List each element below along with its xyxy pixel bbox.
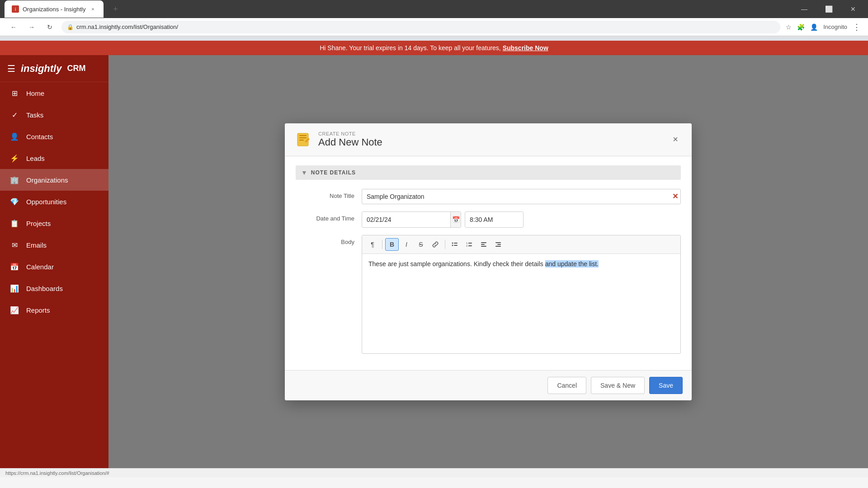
format-button[interactable]: ¶ — [366, 238, 379, 251]
opportunities-icon: 💎 — [9, 196, 20, 207]
sidebar-label-projects: Projects — [26, 220, 51, 227]
svg-point-7 — [452, 244, 453, 246]
italic-button[interactable]: I — [400, 238, 413, 251]
dashboards-icon: 📊 — [9, 283, 20, 294]
tab-close-button[interactable]: × — [89, 5, 96, 13]
link-button[interactable] — [429, 238, 442, 251]
refresh-button[interactable]: ↻ — [43, 21, 56, 33]
date-time-row: Date and Time 📅 🕐 — [296, 211, 681, 228]
tab-title: Organizations - Insightly — [23, 6, 85, 13]
projects-icon: 📋 — [9, 218, 20, 229]
svg-rect-17 — [497, 244, 501, 245]
sidebar-item-organizations[interactable]: 🏢 Organizations — [0, 169, 108, 191]
status-bar: https://crm.na1.insightly.com/list/Organ… — [0, 468, 868, 477]
body-row: Body ¶ B — [296, 235, 681, 354]
sidebar-label-leads: Leads — [26, 155, 45, 162]
note-title-input[interactable] — [362, 189, 681, 204]
date-input[interactable] — [362, 212, 450, 227]
modal-body: ▼ NOTE DETAILS Note Title ✕ — [285, 156, 692, 370]
menu-button[interactable]: ⋮ — [853, 22, 861, 32]
editor-toolbar: ¶ B I S — [362, 235, 680, 254]
app-header: ☰ insightly CRM — [0, 55, 108, 82]
body-text-highlight: and update the list. — [545, 260, 599, 267]
new-tab-button[interactable]: + — [109, 3, 122, 15]
note-title-clear-button[interactable]: ✕ — [672, 192, 678, 201]
toolbar-divider-2 — [445, 240, 445, 249]
organizations-icon: 🏢 — [9, 174, 20, 185]
section-collapse-icon[interactable]: ▼ — [301, 169, 307, 176]
app-crm-title: CRM — [67, 64, 85, 73]
note-details-section: ▼ NOTE DETAILS — [296, 165, 681, 180]
bold-button[interactable]: B — [385, 238, 399, 251]
svg-rect-16 — [495, 242, 501, 243]
minimize-button[interactable]: — — [794, 2, 815, 16]
sidebar-item-home[interactable]: ⊞ Home — [0, 82, 108, 104]
add-note-modal: CREATE NOTE Add New Note × ▼ NOTE DETAIL… — [285, 123, 692, 400]
sidebar-label-tasks: Tasks — [26, 111, 43, 119]
svg-rect-12 — [468, 245, 472, 246]
sidebar-item-contacts[interactable]: 👤 Contacts — [0, 126, 108, 147]
time-input-wrap: 🕐 — [465, 211, 524, 228]
sidebar-item-calendar[interactable]: 📅 Calendar — [0, 256, 108, 277]
body-label: Body — [296, 235, 354, 245]
back-button[interactable]: ← — [7, 21, 20, 33]
svg-rect-8 — [454, 245, 458, 246]
reports-icon: 📈 — [9, 305, 20, 315]
address-bar[interactable]: 🔒 crm.na1.insightly.com/list/Organisatio… — [61, 21, 780, 33]
tab-favicon: i — [12, 5, 19, 13]
note-title-row: Note Title ✕ — [296, 189, 681, 204]
sidebar-item-emails[interactable]: ✉ Emails — [0, 234, 108, 256]
sidebar-item-reports[interactable]: 📈 Reports — [0, 299, 108, 321]
trial-banner: Hi Shane. Your trial expires in 14 days.… — [0, 41, 868, 55]
modal-subtitle: CREATE NOTE — [318, 131, 662, 136]
svg-rect-10 — [468, 243, 472, 244]
note-icon — [294, 131, 312, 149]
sidebar-item-dashboards[interactable]: 📊 Dashboards — [0, 277, 108, 299]
sidebar-item-opportunities[interactable]: 💎 Opportunities — [0, 191, 108, 212]
date-picker-button[interactable]: 📅 — [450, 212, 461, 227]
security-icon: 🔒 — [67, 24, 74, 30]
sidebar-label-dashboards: Dashboards — [26, 285, 63, 292]
subscribe-link[interactable]: Subscribe Now — [503, 44, 548, 52]
app-logo: insightly — [21, 63, 61, 75]
status-url: https://crm.na1.insightly.com/list/Organ… — [5, 470, 109, 476]
strikethrough-button[interactable]: S — [414, 238, 428, 251]
editor-content-area[interactable]: These are just sample organizations. Kin… — [362, 254, 680, 353]
modal-footer: Cancel Save & New Save — [285, 370, 692, 400]
unordered-list-button[interactable] — [448, 238, 462, 251]
time-input[interactable] — [465, 212, 524, 227]
align-right-button[interactable] — [491, 238, 505, 251]
note-title-label: Note Title — [296, 189, 354, 199]
svg-rect-1 — [299, 135, 307, 136]
ordered-list-button[interactable]: 1.2. — [462, 238, 476, 251]
bookmark-button[interactable]: ☆ — [786, 23, 792, 31]
body-text-before: These are just sample organizations. Kin… — [368, 260, 545, 267]
sidebar-label-organizations: Organizations — [26, 176, 68, 184]
date-label: Date and Time — [296, 211, 354, 222]
svg-rect-3 — [299, 140, 304, 141]
svg-point-5 — [452, 242, 453, 244]
sidebar: ☰ insightly CRM ⊞ Home ✓ Tasks 👤 Contact… — [0, 55, 108, 468]
forward-button[interactable]: → — [25, 21, 38, 33]
align-left-button[interactable] — [477, 238, 491, 251]
cancel-button[interactable]: Cancel — [547, 377, 586, 394]
modal-header: CREATE NOTE Add New Note × — [285, 123, 692, 156]
window-close-button[interactable]: ✕ — [843, 2, 863, 16]
hamburger-button[interactable]: ☰ — [7, 63, 15, 74]
save-new-button[interactable]: Save & New — [591, 377, 645, 394]
toolbar-divider-1 — [382, 240, 382, 249]
sidebar-item-projects[interactable]: 📋 Projects — [0, 212, 108, 234]
note-title-control: ✕ — [362, 189, 681, 204]
sidebar-label-reports: Reports — [26, 306, 50, 314]
modal-overlay: CREATE NOTE Add New Note × ▼ NOTE DETAIL… — [108, 55, 868, 468]
maximize-button[interactable]: ⬜ — [818, 2, 839, 16]
save-button[interactable]: Save — [649, 377, 683, 394]
sidebar-item-leads[interactable]: ⚡ Leads — [0, 147, 108, 169]
sidebar-item-tasks[interactable]: ✓ Tasks — [0, 104, 108, 126]
profile-button[interactable]: 👤 — [810, 23, 818, 31]
note-title-input-wrap: ✕ — [362, 189, 681, 204]
calendar-icon: 📅 — [9, 261, 20, 272]
modal-close-button[interactable]: × — [668, 132, 683, 147]
extensions-button[interactable]: 🧩 — [797, 23, 805, 31]
sidebar-label-opportunities: Opportunities — [26, 198, 66, 206]
